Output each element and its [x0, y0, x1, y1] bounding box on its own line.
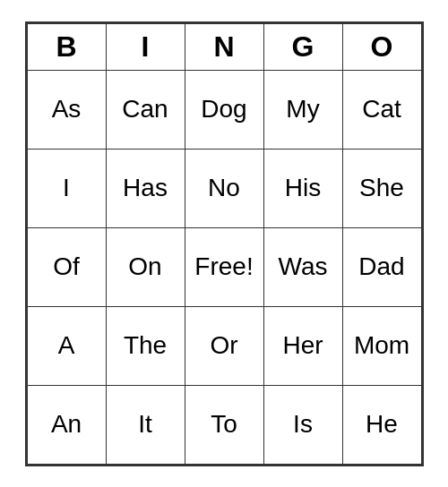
header-cell-i: I	[106, 23, 185, 70]
header-cell-b: B	[27, 23, 106, 70]
header-cell-n: N	[185, 23, 263, 70]
bingo-cell-r0c0: As	[27, 70, 106, 149]
bingo-row-0: AsCanDogMyCat	[27, 70, 421, 149]
bingo-card: BINGO AsCanDogMyCatIHasNoHisSheOfOnFree!…	[25, 21, 424, 466]
bingo-cell-r2c3: Was	[263, 227, 342, 306]
bingo-cell-r1c4: She	[342, 149, 421, 227]
bingo-cell-r1c0: I	[27, 149, 106, 227]
bingo-cell-r1c1: Has	[106, 149, 185, 227]
header-row: BINGO	[27, 23, 421, 70]
bingo-cell-r0c2: Dog	[185, 70, 263, 149]
bingo-cell-r3c4: Mom	[342, 306, 421, 385]
bingo-cell-r4c3: Is	[263, 385, 342, 464]
bingo-cell-r1c3: His	[263, 149, 342, 227]
header-cell-g: G	[263, 23, 342, 70]
bingo-cell-r2c1: On	[106, 227, 185, 306]
bingo-row-2: OfOnFree!WasDad	[27, 227, 421, 306]
bingo-cell-r2c2: Free!	[185, 227, 263, 306]
bingo-cell-r0c4: Cat	[342, 70, 421, 149]
bingo-table: BINGO AsCanDogMyCatIHasNoHisSheOfOnFree!…	[27, 23, 422, 465]
bingo-cell-r3c0: A	[27, 306, 106, 385]
bingo-cell-r2c4: Dad	[342, 227, 421, 306]
bingo-cell-r3c1: The	[106, 306, 185, 385]
bingo-cell-r4c2: To	[185, 385, 263, 464]
bingo-row-1: IHasNoHisShe	[27, 149, 421, 227]
bingo-cell-r3c2: Or	[185, 306, 263, 385]
bingo-cell-r0c1: Can	[106, 70, 185, 149]
bingo-cell-r2c0: Of	[27, 227, 106, 306]
bingo-cell-r0c3: My	[263, 70, 342, 149]
bingo-row-4: AnItToIsHe	[27, 385, 421, 464]
bingo-row-3: ATheOrHerMom	[27, 306, 421, 385]
header-cell-o: O	[342, 23, 421, 70]
bingo-cell-r1c2: No	[185, 149, 263, 227]
bingo-cell-r4c0: An	[27, 385, 106, 464]
bingo-cell-r4c1: It	[106, 385, 185, 464]
bingo-cell-r3c3: Her	[263, 306, 342, 385]
bingo-cell-r4c4: He	[342, 385, 421, 464]
